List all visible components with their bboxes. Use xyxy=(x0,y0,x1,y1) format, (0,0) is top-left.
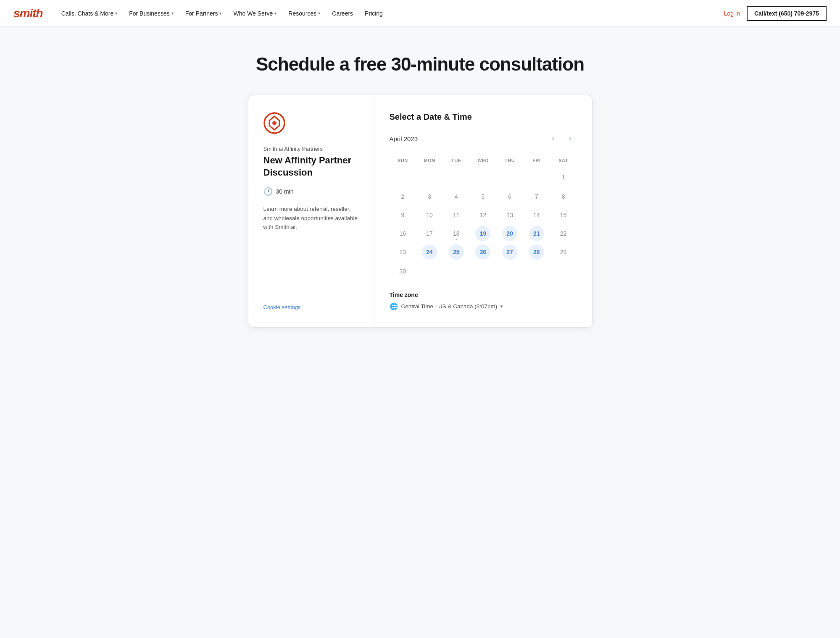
timezone-value: Central Time - US & Canada (3:07pm) xyxy=(401,303,498,310)
calendar-day-cell: 18 xyxy=(443,224,470,243)
col-fri: FRI xyxy=(523,155,550,167)
globe-icon: 🌐 xyxy=(390,302,398,310)
duration-label: 30 min xyxy=(276,188,294,195)
calendar-day-cell: 23 xyxy=(390,243,416,261)
calendar-day-cell: 3 xyxy=(416,187,443,206)
calendar-day-cell[interactable]: 27 xyxy=(496,243,523,261)
timezone-section: Time zone 🌐 Central Time - US & Canada (… xyxy=(390,291,577,310)
calendar-day-cell xyxy=(470,167,497,187)
calendar-day-cell: 13 xyxy=(496,206,523,224)
calendar-day-cell xyxy=(416,167,443,187)
calendar-day-cell: 2 xyxy=(390,187,416,206)
calendar-day-cell: 4 xyxy=(443,187,470,206)
timezone-label: Time zone xyxy=(390,291,577,298)
brand-logo-icon xyxy=(263,112,285,134)
calendar-day-cell: 22 xyxy=(550,224,577,243)
nav-resources[interactable]: Resources ▾ xyxy=(283,7,325,20)
calendar-day-cell[interactable]: 20 xyxy=(496,224,523,243)
event-title: New Affinity Partner Discussion xyxy=(263,155,359,179)
calendar-day-cell xyxy=(496,167,523,187)
calendar-day-cell xyxy=(416,261,443,281)
next-month-button[interactable]: › xyxy=(564,132,577,145)
brand-name: Smith.ai Affinity Partners xyxy=(263,146,359,152)
col-sat: SAT xyxy=(550,155,577,167)
calendar-day-cell: 29 xyxy=(550,243,577,261)
event-info-panel: Smith.ai Affinity Partners New Affinity … xyxy=(248,95,374,327)
page-header: Schedule a free 30-minute consultation xyxy=(0,27,840,95)
col-tue: TUE xyxy=(443,155,470,167)
calendar-day-cell[interactable]: 28 xyxy=(523,243,550,261)
section-title: Select a Date & Time xyxy=(390,112,577,122)
calendar-day-cell: 5 xyxy=(470,187,497,206)
calendar-week-row: 30 xyxy=(390,261,577,281)
navigation: smith Calls, Chats & More ▾ For Business… xyxy=(0,0,840,27)
chevron-down-icon: ▾ xyxy=(219,11,221,16)
calendar-day-cell xyxy=(390,167,416,187)
calendar-day-cell xyxy=(496,261,523,281)
calendar-day-cell: 17 xyxy=(416,224,443,243)
calendar-day-cell: 11 xyxy=(443,206,470,224)
calendar-day-cell: 10 xyxy=(416,206,443,224)
calendar-day-cell xyxy=(523,261,550,281)
month-navigation: April 2023 ‹ › xyxy=(390,132,577,145)
calendar-week-row: 16171819202122 xyxy=(390,224,577,243)
calendar-panel: Select a Date & Time April 2023 ‹ › SUN … xyxy=(374,95,592,327)
calendar-day-cell: 30 xyxy=(390,261,416,281)
calendar-day-cell: 14 xyxy=(523,206,550,224)
calendar-week-row: 23242526272829 xyxy=(390,243,577,261)
calendar-day-cell: 15 xyxy=(550,206,577,224)
timezone-selector[interactable]: 🌐 Central Time - US & Canada (3:07pm) ▾ xyxy=(390,302,577,310)
calendar-day-cell xyxy=(550,261,577,281)
calendar-day-cell: 1 xyxy=(550,167,577,187)
calendar-day-cell[interactable]: 21 xyxy=(523,224,550,243)
chevron-down-icon: ▾ xyxy=(115,11,117,16)
chevron-down-icon: ▾ xyxy=(318,11,320,16)
calendar-day-cell: 6 xyxy=(496,187,523,206)
calendar-day-cell: 12 xyxy=(470,206,497,224)
prev-month-button[interactable]: ‹ xyxy=(547,132,560,145)
nav-pricing[interactable]: Pricing xyxy=(360,7,388,20)
month-label: April 2023 xyxy=(390,135,543,142)
cookie-settings-link[interactable]: Cookie settings xyxy=(263,304,359,310)
clock-icon: 🕐 xyxy=(263,187,273,196)
chevron-down-icon: ▾ xyxy=(274,11,276,16)
chevron-down-icon: ▾ xyxy=(500,304,503,309)
calendar-day-cell[interactable]: 26 xyxy=(470,243,497,261)
calendar-week-row: 9101112131415 xyxy=(390,206,577,224)
login-button[interactable]: Log in xyxy=(724,10,740,17)
calendar-day-cell: 9 xyxy=(390,206,416,224)
nav-calls-chats[interactable]: Calls, Chats & More ▾ xyxy=(56,7,122,20)
site-logo[interactable]: smith xyxy=(13,7,43,20)
col-sun: SUN xyxy=(390,155,416,167)
nav-right-actions: Log in Call/text (650) 709-2975 xyxy=(724,6,827,21)
calendar-day-cell xyxy=(523,167,550,187)
calendar-day-cell[interactable]: 24 xyxy=(416,243,443,261)
calendar-day-cell[interactable]: 19 xyxy=(470,224,497,243)
nav-who-we-serve[interactable]: Who We Serve ▾ xyxy=(228,7,282,20)
col-thu: THU xyxy=(496,155,523,167)
nav-for-businesses[interactable]: For Businesses ▾ xyxy=(124,7,178,20)
calendar-day-cell: 16 xyxy=(390,224,416,243)
col-mon: MON xyxy=(416,155,443,167)
page-title: Schedule a free 30-minute consultation xyxy=(8,54,832,75)
calendar-day-cell[interactable]: 25 xyxy=(443,243,470,261)
col-wed: WED xyxy=(470,155,497,167)
calendar-day-cell xyxy=(470,261,497,281)
calendar-header-row: SUN MON TUE WED THU FRI SAT xyxy=(390,155,577,167)
calendar-day-cell xyxy=(443,261,470,281)
calendar-week-row: 1 xyxy=(390,167,577,187)
cta-button[interactable]: Call/text (650) 709-2975 xyxy=(747,6,827,21)
calendar-week-row: 2345678 xyxy=(390,187,577,206)
chevron-down-icon: ▾ xyxy=(171,11,174,16)
calendar-day-cell xyxy=(443,167,470,187)
calendar-day-cell: 8 xyxy=(550,187,577,206)
event-description: Learn more about referral, reseller, and… xyxy=(263,205,359,287)
nav-careers[interactable]: Careers xyxy=(327,7,358,20)
calendar-table: SUN MON TUE WED THU FRI SAT 123456789101… xyxy=(390,155,577,281)
duration-row: 🕐 30 min xyxy=(263,187,359,196)
scheduling-card: Smith.ai Affinity Partners New Affinity … xyxy=(248,95,592,328)
calendar-day-cell: 7 xyxy=(523,187,550,206)
nav-for-partners[interactable]: For Partners ▾ xyxy=(180,7,227,20)
nav-links: Calls, Chats & More ▾ For Businesses ▾ F… xyxy=(56,7,724,20)
